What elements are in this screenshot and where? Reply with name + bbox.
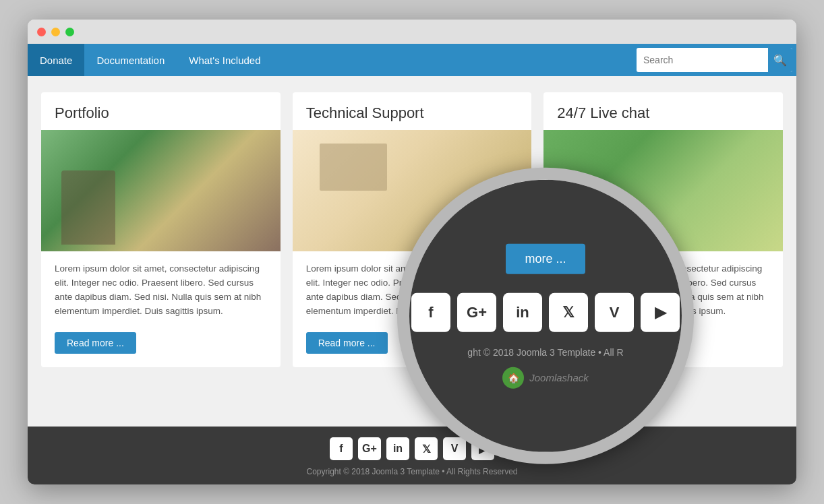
nav-item-donate[interactable]: Donate — [28, 44, 84, 76]
close-button[interactable] — [37, 28, 46, 36]
social-icons-row: f G+ in 𝕏 V ▶ — [28, 437, 796, 460]
search-bar: 🔍 — [637, 48, 792, 72]
card-techsupport: Technical Support Lorem ipsum dolor sit … — [293, 92, 532, 367]
cards-row: Portfolio Lorem ipsum dolor sit amet, co… — [41, 92, 783, 367]
card-portfolio: Portfolio Lorem ipsum dolor sit amet, co… — [41, 92, 281, 367]
card-techsupport-readmore[interactable]: Read more ... — [306, 332, 388, 354]
social-facebook[interactable]: f — [330, 437, 353, 460]
card-livechat-body: Lorem ipsum dolor sit amet, consectetur … — [543, 251, 783, 327]
card-portfolio-readmore[interactable]: Read more ... — [55, 332, 136, 354]
footer: f G+ in 𝕏 V ▶ Copyright © 2018 Joomla 3 … — [28, 427, 796, 484]
maximize-button[interactable] — [65, 28, 74, 36]
card-portfolio-body: Lorem ipsum dolor sit amet, consectetur … — [41, 251, 281, 327]
nav-item-documentation[interactable]: Documentation — [84, 44, 177, 76]
social-vimeo[interactable]: V — [443, 437, 466, 460]
social-googleplus[interactable]: G+ — [358, 437, 381, 460]
social-twitter[interactable]: 𝕏 — [415, 437, 438, 460]
minimize-button[interactable] — [51, 28, 60, 36]
search-button[interactable]: 🔍 — [768, 48, 792, 72]
nav-item-whats-included[interactable]: What's Included — [177, 44, 272, 76]
social-linkedin[interactable]: in — [386, 437, 409, 460]
main-content: Portfolio Lorem ipsum dolor sit amet, co… — [28, 76, 796, 427]
card-techsupport-title: Technical Support — [293, 92, 532, 130]
card-portfolio-title: Portfolio — [41, 92, 281, 130]
footer-copyright: Copyright © 2018 Joomla 3 Template • All… — [28, 467, 796, 476]
card-livechat-title: 24/7 Live chat — [543, 92, 783, 130]
card-livechat-image — [543, 130, 783, 251]
card-techsupport-image — [293, 130, 532, 251]
social-youtube[interactable]: ▶ — [471, 437, 494, 460]
card-techsupport-body: Lorem ipsum dolor sit amet, consectetur … — [293, 251, 532, 327]
browser-titlebar — [28, 20, 796, 44]
navbar: Donate Documentation What's Included 🔍 — [28, 44, 796, 76]
search-input[interactable] — [637, 52, 768, 68]
card-livechat-readmore[interactable]: Read more ... — [557, 332, 639, 354]
card-portfolio-image — [41, 130, 281, 251]
card-livechat: 24/7 Live chat Lorem ipsum dolor sit ame… — [543, 92, 783, 367]
